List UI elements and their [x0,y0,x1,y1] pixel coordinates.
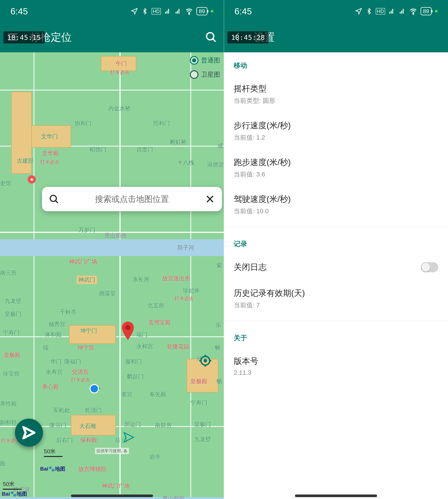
location-icon [355,7,362,15]
svg-point-8 [413,13,414,14]
setting-sub: 2.11.3 [234,369,258,376]
send-location-fab[interactable] [15,419,43,447]
svg-point-1 [207,33,214,40]
setting-sub: 当前类型: 圆形 [234,96,275,105]
map-label: 打卡必去 [175,295,194,302]
map-label: 景山前街 [105,232,127,240]
search-button[interactable] [205,31,217,44]
svg-point-0 [189,13,190,14]
layer-satellite[interactable]: 卫星图 [190,70,220,79]
map-label: 咸 [217,142,223,150]
setting-disable-log[interactable]: 关闭日志 [224,254,448,280]
nav-handle[interactable] [71,495,153,497]
app-title: 设置 [254,30,441,45]
scale-bar-far: 50米 [3,480,21,490]
settings-list[interactable]: 移动 摇杆类型 当前类型: 圆形 步行速度(米/秒) 当前值: 1.2 跑步速度… [224,52,448,499]
map-label: 殿 [0,460,6,467]
status-time: 6:45 [234,6,252,17]
map-label: 坤宁门 [80,327,97,335]
wifi-icon [409,7,417,15]
map-label: 宁寿门 [191,399,207,407]
setting-sub: 当前值: 10.0 [234,207,291,215]
signal-icon-2 [399,8,406,15]
status-dot-icon [211,10,213,13]
map-label: 宁寿门 [3,329,20,337]
map-label: 东长房 [132,276,149,283]
map-layer-group: 普通图 卫星图 [190,56,220,79]
setting-sub: 当前值: 7 [234,301,305,310]
setting-joystick-type[interactable]: 摇杆类型 当前类型: 圆形 [224,76,448,113]
map-label: 銅和轩 [0,419,17,426]
map-label: 珍宝馆 [3,370,20,378]
setting-label: 步行速度(米/秒) [234,120,291,131]
map-label: 麟趾门 [127,373,144,380]
map-label: 储秀宫 [48,321,65,328]
toggle-off-icon[interactable] [421,262,438,272]
map-label: 九龙壁 [194,435,211,443]
status-dot-icon [435,10,438,13]
map-label: 永和宫 [136,343,153,350]
svg-point-7 [204,360,207,362]
status-icons: HD 89 [131,7,213,15]
map-label: 文华门 [41,133,58,140]
map-label: 史馆 [0,179,11,187]
map-label: 珍妃井 [183,287,200,294]
map-label: 午门 [116,60,127,68]
map-canvas[interactable]: 午门 打卡必去 内金水桥 协和门 熙和门 断虹桥 十八槐 文华门 文华殿 打卡必… [0,52,224,499]
section-record: 记录 [224,231,448,254]
map-label: 斋宫 [121,391,132,398]
close-icon[interactable] [205,194,215,204]
bluetooth-icon [366,8,372,15]
map-label: 养性殿 [0,400,17,408]
setting-version[interactable]: 版本号 2.11.3 [224,348,448,384]
signal-icon [388,8,396,15]
svg-point-3 [126,325,130,330]
setting-label: 摇杆类型 [234,83,275,94]
map-label: 景运门 [124,420,141,428]
battery-icon: 89 [196,7,208,15]
divider [224,227,448,227]
wifi-icon [185,7,193,15]
map-label: 保和殿 [80,436,97,444]
screen-pointer-icon [123,432,134,443]
overlay-clock-left: 18:45:15 [3,31,45,44]
appbar-map: 18:45:15 标枪定位 [0,22,224,52]
map-label: 华门 [50,358,62,365]
nav-handle[interactable] [295,495,377,497]
setting-drive-speed[interactable]: 驾驶速度(米/秒) 当前值: 10.0 [224,186,448,223]
setting-label: 驾驶速度(米/秒) [234,194,291,205]
search-bar[interactable]: 搜索或点击地图位置 [42,187,222,211]
map-label: 皇极殿 [4,351,20,359]
river-2 [0,497,224,499]
setting-run-speed[interactable]: 跑步速度(米/秒) 当前值: 3.6 [224,149,448,186]
signal-hd-icon: HD [376,8,385,15]
map-label: 养心殿 [42,383,59,391]
map-label: 皇极门 [194,420,211,428]
baidu-logo: Bai🐾地图 [2,490,27,498]
svg-point-2 [50,195,56,202]
map-label: 打卡必去 [71,377,90,383]
map-label: 昭德门 [90,146,106,154]
setting-sub: 当前值: 1.2 [234,133,291,142]
map-label: 玄穹宝殿 [148,319,171,326]
map-label: 端 [43,344,48,352]
map-label: 乐 [216,321,221,329]
map-label: 断虹桥 [170,138,187,146]
setting-history-ttl[interactable]: 历史记录有效期(天) 当前值: 7 [224,280,448,317]
bluetooth-icon [142,8,148,15]
map-pin-icon[interactable] [121,321,134,340]
map-label: 乾隆花园 [167,343,190,351]
baidu-logo: Bai🐾地图 [40,465,65,472]
layer-label: 普通图 [201,56,220,65]
favorite-icon[interactable]: ★ [28,175,36,184]
map-label: 贞度门 [136,146,153,154]
statusbar-left: 6:45 HD 89 [0,0,224,22]
layer-normal[interactable]: 普通图 [190,56,220,65]
map-label: 瑞门 [136,331,147,339]
app-title: 标枪定位 [30,30,197,45]
locate-me-button[interactable] [199,354,212,367]
search-icon [49,194,59,204]
setting-walk-speed[interactable]: 步行速度(米/秒) 当前值: 1.2 [224,113,448,149]
map-label: 文华殿 [42,150,59,157]
map-label: 打卡必去 [40,159,60,165]
